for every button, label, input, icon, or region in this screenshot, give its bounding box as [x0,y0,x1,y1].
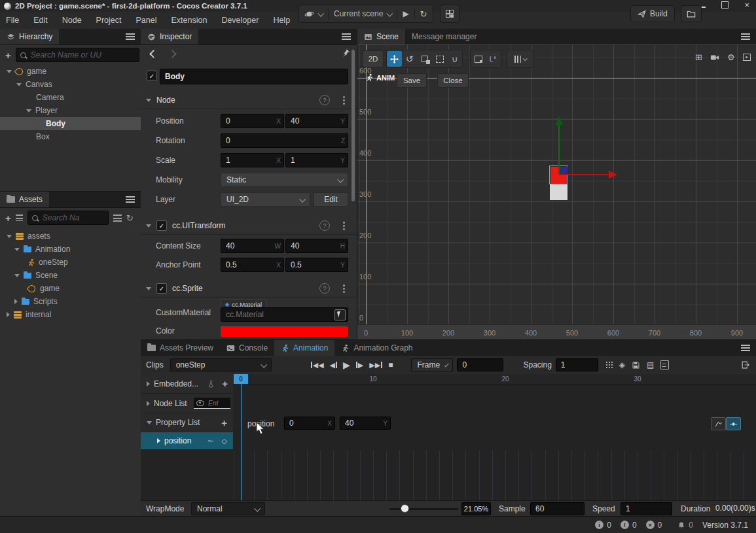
stop-button[interactable]: ■ [388,360,393,370]
asset-picker-icon[interactable] [334,309,346,320]
maximize-button[interactable] [721,1,729,9]
camera-settings-icon[interactable] [710,53,719,62]
open-build-folder-button[interactable] [681,5,702,22]
anim-save-button[interactable]: Save [397,73,427,88]
row-node-list[interactable]: Node List [141,394,233,413]
assets-search-input[interactable] [41,213,104,223]
tree-item-camera[interactable]: Camera [0,91,141,104]
tab-assets-preview[interactable]: Assets Preview [141,340,220,356]
property-add-button[interactable]: + [221,418,227,428]
position-x-input[interactable] [221,114,284,128]
save-clip-icon[interactable] [632,361,640,370]
assets-search[interactable] [27,211,109,225]
chevron-down-icon[interactable] [7,70,12,73]
color-swatch[interactable] [221,326,348,337]
menu-file[interactable]: File [6,16,19,25]
sample-input[interactable] [530,502,585,515]
playhead-badge[interactable]: 0 [234,374,248,384]
asset-item-game[interactable]: game [0,282,141,295]
menu-node[interactable]: Node [62,16,82,25]
content-size-h-input[interactable] [285,239,348,253]
error-count[interactable]: × 0 [646,521,662,530]
skip-to-end-button[interactable]: ▶▶ [369,361,382,370]
play-button[interactable]: ▶ [397,5,414,22]
timeline-ruler[interactable]: 10 20 30 [233,374,756,385]
chevron-right-icon[interactable] [14,299,18,304]
rotation-z-input[interactable] [221,133,348,148]
play-animation-button[interactable]: ▶ [343,360,350,370]
sprite-checkbox[interactable]: ✓ [156,283,167,294]
asset-item-internal[interactable]: internal [0,308,141,321]
move-tool-button[interactable] [387,51,402,67]
frame-mode-select[interactable]: Frame [411,358,453,371]
back-icon[interactable] [149,50,158,58]
scale-x-input[interactable] [221,153,284,167]
keyframe-diamond-icon[interactable]: ◇ [222,437,227,445]
anchor-x-input[interactable] [221,258,284,272]
chevron-right-icon[interactable] [7,312,10,317]
keyboard-icon[interactable]: ▤ [647,360,654,370]
gizmo-visibility-icon[interactable] [743,54,751,61]
menu-panel[interactable]: Panel [136,16,157,25]
asset-item-assets[interactable]: assets [0,230,141,243]
snap-button[interactable] [471,51,486,67]
chevron-down-icon[interactable] [26,109,31,112]
restart-button[interactable]: ↻ [415,5,433,22]
menu-help[interactable]: Help [273,16,290,25]
help-icon[interactable]: ? [319,220,330,231]
anchor-y-input[interactable] [285,258,348,272]
layer-edit-button[interactable]: Edit [314,192,348,207]
dots-grid-icon[interactable] [606,362,607,363]
tree-item-canvas[interactable]: Canvas [0,78,141,91]
pin-icon[interactable] [341,48,350,58]
chevron-down-icon[interactable] [14,248,20,251]
clip-select[interactable]: oneStep [170,358,272,371]
tree-item-box[interactable]: Box [0,130,141,143]
assets-add-button[interactable]: + [5,213,11,223]
speed-input[interactable] [621,502,672,515]
open-curve-editor-button[interactable] [711,417,726,430]
eye-icon[interactable] [196,400,204,406]
assets-filter-icon[interactable] [113,215,122,222]
custom-material-input[interactable] [221,307,348,322]
row-embedded[interactable]: Embedded... + [141,374,233,394]
menu-edit[interactable]: Edit [33,16,48,25]
align-options-button[interactable] [511,51,530,67]
hierarchy-search-input[interactable] [29,50,135,60]
layer-select[interactable]: UI_2D [221,192,310,207]
row-property-list[interactable]: Property List + [141,413,233,432]
hierarchy-search[interactable] [16,48,139,62]
tab-message-manager[interactable]: Message manager [405,29,483,44]
notification-count[interactable]: 0 [677,521,693,530]
inspector-scrollbar[interactable] [351,50,355,201]
asset-item-onestep[interactable]: oneStep [0,256,141,269]
rect-tool-button[interactable] [432,51,447,67]
grid-toggle-icon[interactable]: ⊞ [695,52,702,62]
tree-item-game[interactable]: game [0,65,141,78]
asset-item-scene[interactable]: Scene [0,269,141,282]
add-keyframe-button[interactable] [726,417,741,430]
node-active-checkbox[interactable]: ✓ [147,71,157,81]
help-icon[interactable]: ? [319,283,330,294]
forward-icon[interactable] [168,50,177,58]
tab-console[interactable]: Console [220,340,274,356]
flask-icon[interactable] [207,380,215,388]
platform-select[interactable] [299,5,328,22]
frame-input[interactable] [457,358,503,371]
chevron-right-icon[interactable] [157,438,160,443]
more-icon[interactable] [343,225,345,227]
embedded-add-button[interactable]: + [222,379,228,388]
warning-count[interactable]: ! 0 [621,521,637,530]
info-count[interactable]: i 0 [595,521,611,530]
document-icon[interactable] [660,360,669,370]
scene-selector[interactable]: Current scene [329,5,397,22]
asset-item-scripts[interactable]: Scripts [0,295,141,308]
scene-menu-icon[interactable] [741,36,750,37]
gear-icon[interactable]: ⚙ [727,52,735,62]
position-y-input[interactable] [285,114,348,128]
assets-refresh-icon[interactable]: ↻ [126,213,134,223]
zoom-slider-track[interactable] [389,508,458,510]
node-list-filter[interactable] [194,398,230,409]
mode-2d-button[interactable]: 2D [363,50,384,67]
menu-extension[interactable]: Extension [171,16,207,25]
